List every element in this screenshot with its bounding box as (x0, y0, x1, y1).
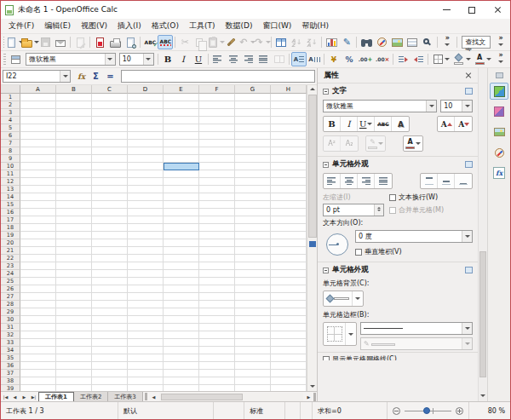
cell[interactable] (56, 178, 92, 186)
cell[interactable] (20, 354, 56, 362)
cell[interactable] (56, 316, 92, 324)
cell[interactable] (92, 247, 128, 255)
menu-help[interactable]: 帮助(H) (296, 19, 334, 33)
menu-data[interactable]: 数据(D) (220, 19, 257, 33)
cell[interactable] (20, 362, 56, 370)
cell[interactable] (128, 101, 164, 109)
cell[interactable] (56, 293, 92, 301)
cell[interactable] (20, 316, 56, 324)
cell[interactable] (56, 209, 92, 216)
cell[interactable] (164, 178, 199, 186)
row-header-38[interactable]: 38 (1, 377, 20, 385)
cell[interactable] (164, 339, 199, 347)
cell[interactable] (20, 140, 56, 147)
collapse-icon[interactable] (323, 162, 329, 168)
equals-button[interactable]: = (103, 70, 118, 83)
cell[interactable] (199, 140, 235, 147)
sum-button[interactable]: Σ (89, 70, 103, 83)
cell[interactable] (20, 163, 56, 170)
cell[interactable] (235, 132, 271, 140)
cell[interactable] (199, 370, 235, 377)
cell[interactable] (164, 293, 199, 301)
cell[interactable] (92, 239, 128, 247)
align-top-button[interactable] (421, 174, 438, 188)
cell[interactable] (235, 270, 271, 278)
formula-input[interactable] (121, 70, 315, 83)
print-button[interactable] (107, 35, 123, 49)
cell[interactable] (271, 178, 307, 186)
menu-format[interactable]: 格式(O) (146, 19, 184, 33)
cell[interactable] (235, 339, 271, 347)
toolbar-grip[interactable] (3, 37, 4, 49)
scroll-right-button[interactable]: ▶ (304, 394, 313, 400)
row-header-18[interactable]: 18 (1, 224, 20, 232)
data-sources-button[interactable] (405, 35, 420, 49)
cell[interactable] (92, 362, 128, 370)
borders-button[interactable] (430, 52, 451, 66)
tab-functions[interactable]: fx (490, 164, 508, 181)
cell[interactable] (128, 316, 164, 324)
pivot-table-button[interactable] (273, 35, 289, 49)
cell[interactable] (20, 109, 56, 117)
text-direction-top-to-bottom-button[interactable]: A (307, 52, 322, 66)
cell[interactable] (271, 270, 307, 278)
row-header-21[interactable]: 21 (1, 247, 20, 255)
cell[interactable] (271, 278, 307, 285)
open-button[interactable] (22, 35, 37, 49)
cell[interactable] (271, 247, 307, 255)
cell[interactable] (235, 247, 271, 255)
row-header-7[interactable]: 7 (1, 140, 20, 147)
cell[interactable] (235, 370, 271, 377)
font-name-dropdown[interactable] (105, 54, 115, 65)
cell[interactable] (20, 331, 56, 339)
cell[interactable] (92, 339, 128, 347)
scroll-up-button[interactable] (307, 85, 318, 95)
select-all-corner[interactable] (1, 85, 20, 94)
sidebar-align-right-button[interactable] (358, 174, 375, 188)
cell[interactable] (128, 186, 164, 193)
cell[interactable] (20, 262, 56, 270)
scroll-left-button[interactable]: ◀ (149, 394, 158, 400)
add-decimal-place-button[interactable]: .00+ (357, 52, 374, 66)
email-document-button[interactable] (53, 35, 68, 49)
find-replace-button[interactable] (359, 35, 374, 49)
row-header-37[interactable]: 37 (1, 370, 20, 377)
cell[interactable] (271, 370, 307, 377)
cell[interactable] (271, 362, 307, 370)
cell[interactable] (128, 285, 164, 293)
row-header-32[interactable]: 32 (1, 331, 20, 339)
font-size-dropdown[interactable] (143, 54, 153, 65)
cell[interactable] (271, 132, 307, 140)
cell[interactable] (199, 255, 235, 262)
sidebar-bold-button[interactable]: B (324, 117, 341, 131)
tab-gallery[interactable] (490, 124, 508, 141)
cell[interactable] (128, 155, 164, 163)
cell[interactable] (56, 117, 92, 124)
cell[interactable] (128, 339, 164, 347)
cell[interactable] (199, 117, 235, 124)
cell[interactable] (56, 285, 92, 293)
row-header-36[interactable]: 36 (1, 362, 20, 370)
cell[interactable] (92, 163, 128, 170)
decrease-indent-button[interactable] (411, 52, 426, 66)
cell[interactable] (56, 239, 92, 247)
menu-edit[interactable]: 编辑(E) (39, 19, 76, 33)
cell[interactable] (56, 354, 92, 362)
show-draw-functions-button[interactable]: ✎ (339, 35, 354, 49)
sidebar-scroll-thumb[interactable] (479, 251, 486, 377)
cell-border-button[interactable] (324, 323, 346, 345)
cell[interactable] (164, 362, 199, 370)
tab-scroll-splitter[interactable] (145, 393, 147, 400)
cell[interactable] (199, 339, 235, 347)
cell[interactable] (164, 239, 199, 247)
cell[interactable] (20, 170, 56, 178)
cell[interactable] (199, 331, 235, 339)
wrap-text-checkbox[interactable]: 文本换行(W) (389, 191, 473, 204)
column-header-G[interactable]: G (235, 85, 271, 94)
cell[interactable] (92, 132, 128, 140)
auto-spellcheck-button[interactable]: ABC (158, 35, 173, 49)
row-header-1[interactable]: 1 (1, 94, 20, 101)
cell[interactable] (199, 124, 235, 132)
new-document-button[interactable] (7, 35, 22, 49)
cell[interactable] (271, 201, 307, 209)
